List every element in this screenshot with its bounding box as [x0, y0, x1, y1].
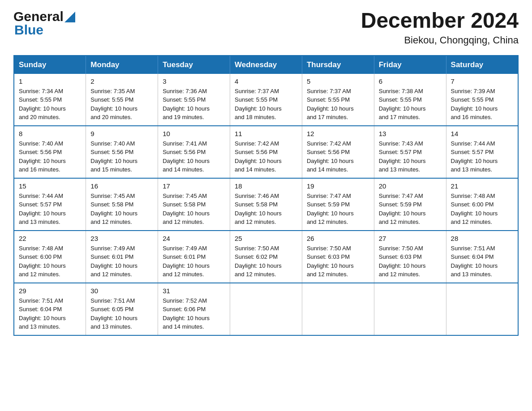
- calendar-cell: [230, 283, 302, 335]
- calendar-week-1: 1 Sunrise: 7:34 AM Sunset: 5:55 PM Dayli…: [14, 74, 518, 126]
- day-info: Sunrise: 7:42 AM Sunset: 5:56 PM Dayligh…: [307, 139, 369, 174]
- day-info: Sunrise: 7:42 AM Sunset: 5:56 PM Dayligh…: [235, 139, 297, 174]
- calendar-cell: 4 Sunrise: 7:37 AM Sunset: 5:55 PM Dayli…: [230, 74, 302, 126]
- day-info: Sunrise: 7:45 AM Sunset: 5:58 PM Dayligh…: [163, 192, 225, 227]
- calendar-week-4: 22 Sunrise: 7:48 AM Sunset: 6:00 PM Dayl…: [14, 231, 518, 283]
- day-number: 9: [90, 130, 153, 137]
- weekday-header-sunday: Sunday: [14, 56, 86, 74]
- calendar-cell: 7 Sunrise: 7:39 AM Sunset: 5:55 PM Dayli…: [446, 74, 518, 126]
- day-info: Sunrise: 7:48 AM Sunset: 6:00 PM Dayligh…: [19, 244, 81, 279]
- calendar-cell: 17 Sunrise: 7:45 AM Sunset: 5:58 PM Dayl…: [158, 178, 230, 231]
- calendar-cell: 18 Sunrise: 7:46 AM Sunset: 5:58 PM Dayl…: [230, 178, 302, 231]
- day-info: Sunrise: 7:38 AM Sunset: 5:55 PM Dayligh…: [379, 87, 442, 122]
- day-number: 26: [307, 235, 369, 242]
- day-number: 14: [451, 130, 513, 137]
- calendar-cell: 8 Sunrise: 7:40 AM Sunset: 5:56 PM Dayli…: [14, 126, 86, 178]
- logo: General Blue: [13, 9, 75, 38]
- calendar-cell: 28 Sunrise: 7:51 AM Sunset: 6:04 PM Dayl…: [446, 231, 518, 283]
- day-number: 25: [235, 235, 297, 242]
- calendar-cell: 5 Sunrise: 7:37 AM Sunset: 5:55 PM Dayli…: [302, 74, 374, 126]
- day-info: Sunrise: 7:37 AM Sunset: 5:55 PM Dayligh…: [307, 87, 369, 122]
- day-info: Sunrise: 7:52 AM Sunset: 6:06 PM Dayligh…: [163, 296, 225, 331]
- day-number: 24: [163, 235, 225, 242]
- day-info: Sunrise: 7:50 AM Sunset: 6:03 PM Dayligh…: [307, 244, 369, 279]
- day-info: Sunrise: 7:47 AM Sunset: 5:59 PM Dayligh…: [307, 192, 369, 227]
- day-number: 11: [235, 130, 297, 137]
- day-info: Sunrise: 7:50 AM Sunset: 6:02 PM Dayligh…: [235, 244, 297, 279]
- calendar-cell: 23 Sunrise: 7:49 AM Sunset: 6:01 PM Dayl…: [86, 231, 158, 283]
- calendar-cell: 14 Sunrise: 7:44 AM Sunset: 5:57 PM Dayl…: [446, 126, 518, 178]
- calendar-cell: 31 Sunrise: 7:52 AM Sunset: 6:06 PM Dayl…: [158, 283, 230, 335]
- day-number: 4: [235, 77, 297, 85]
- weekday-header-friday: Friday: [374, 56, 446, 74]
- day-info: Sunrise: 7:49 AM Sunset: 6:01 PM Dayligh…: [90, 244, 153, 279]
- day-number: 2: [90, 77, 153, 85]
- day-info: Sunrise: 7:34 AM Sunset: 5:55 PM Dayligh…: [19, 87, 81, 122]
- calendar-table: SundayMondayTuesdayWednesdayThursdayFrid…: [13, 55, 519, 336]
- calendar-cell: [374, 283, 446, 335]
- calendar-week-5: 29 Sunrise: 7:51 AM Sunset: 6:04 PM Dayl…: [14, 283, 518, 335]
- day-number: 30: [90, 287, 153, 295]
- svg-marker-0: [64, 12, 75, 22]
- day-number: 17: [163, 182, 225, 190]
- calendar-week-3: 15 Sunrise: 7:44 AM Sunset: 5:57 PM Dayl…: [14, 178, 518, 231]
- title-block: December 2024 Biekou, Chongqing, China: [361, 9, 519, 46]
- day-info: Sunrise: 7:46 AM Sunset: 5:58 PM Dayligh…: [235, 192, 297, 227]
- calendar-week-2: 8 Sunrise: 7:40 AM Sunset: 5:56 PM Dayli…: [14, 126, 518, 178]
- month-title: December 2024: [361, 9, 519, 33]
- calendar-cell: 12 Sunrise: 7:42 AM Sunset: 5:56 PM Dayl…: [302, 126, 374, 178]
- day-number: 19: [307, 182, 369, 190]
- day-info: Sunrise: 7:40 AM Sunset: 5:56 PM Dayligh…: [90, 139, 153, 174]
- day-info: Sunrise: 7:43 AM Sunset: 5:57 PM Dayligh…: [379, 139, 442, 174]
- calendar-cell: 29 Sunrise: 7:51 AM Sunset: 6:04 PM Dayl…: [14, 283, 86, 335]
- day-info: Sunrise: 7:51 AM Sunset: 6:04 PM Dayligh…: [451, 244, 513, 279]
- weekday-header-thursday: Thursday: [302, 56, 374, 74]
- day-info: Sunrise: 7:47 AM Sunset: 5:59 PM Dayligh…: [379, 192, 442, 227]
- calendar-header-row: SundayMondayTuesdayWednesdayThursdayFrid…: [14, 56, 518, 74]
- weekday-header-saturday: Saturday: [446, 56, 518, 74]
- day-number: 5: [307, 77, 369, 85]
- calendar-cell: 6 Sunrise: 7:38 AM Sunset: 5:55 PM Dayli…: [374, 74, 446, 126]
- day-info: Sunrise: 7:41 AM Sunset: 5:56 PM Dayligh…: [163, 139, 225, 174]
- day-info: Sunrise: 7:36 AM Sunset: 5:55 PM Dayligh…: [163, 87, 225, 122]
- day-number: 12: [307, 130, 369, 137]
- day-info: Sunrise: 7:40 AM Sunset: 5:56 PM Dayligh…: [19, 139, 81, 174]
- calendar-cell: 16 Sunrise: 7:45 AM Sunset: 5:58 PM Dayl…: [86, 178, 158, 231]
- logo-top: General: [13, 9, 75, 24]
- day-info: Sunrise: 7:50 AM Sunset: 6:03 PM Dayligh…: [379, 244, 442, 279]
- day-number: 31: [163, 287, 225, 295]
- location-title: Biekou, Chongqing, China: [361, 34, 519, 46]
- calendar-cell: 2 Sunrise: 7:35 AM Sunset: 5:55 PM Dayli…: [86, 74, 158, 126]
- day-info: Sunrise: 7:37 AM Sunset: 5:55 PM Dayligh…: [235, 87, 297, 122]
- calendar-cell: 27 Sunrise: 7:50 AM Sunset: 6:03 PM Dayl…: [374, 231, 446, 283]
- logo-blue-text: Blue: [14, 22, 43, 38]
- day-number: 23: [90, 235, 153, 242]
- calendar-cell: 26 Sunrise: 7:50 AM Sunset: 6:03 PM Dayl…: [302, 231, 374, 283]
- day-info: Sunrise: 7:44 AM Sunset: 5:57 PM Dayligh…: [451, 139, 513, 174]
- calendar-cell: 30 Sunrise: 7:51 AM Sunset: 6:05 PM Dayl…: [86, 283, 158, 335]
- day-number: 8: [19, 130, 81, 137]
- day-info: Sunrise: 7:39 AM Sunset: 5:55 PM Dayligh…: [451, 87, 513, 122]
- calendar-cell: 9 Sunrise: 7:40 AM Sunset: 5:56 PM Dayli…: [86, 126, 158, 178]
- calendar-cell: 24 Sunrise: 7:49 AM Sunset: 6:01 PM Dayl…: [158, 231, 230, 283]
- logo-triangle-icon: [64, 12, 75, 22]
- day-number: 10: [163, 130, 225, 137]
- day-number: 21: [451, 182, 513, 190]
- day-number: 22: [19, 235, 81, 242]
- day-info: Sunrise: 7:51 AM Sunset: 6:05 PM Dayligh…: [90, 296, 153, 331]
- day-info: Sunrise: 7:35 AM Sunset: 5:55 PM Dayligh…: [90, 87, 153, 122]
- day-info: Sunrise: 7:48 AM Sunset: 6:00 PM Dayligh…: [451, 192, 513, 227]
- calendar-cell: 20 Sunrise: 7:47 AM Sunset: 5:59 PM Dayl…: [374, 178, 446, 231]
- day-number: 1: [19, 77, 81, 85]
- day-number: 13: [379, 130, 442, 137]
- calendar-cell: 10 Sunrise: 7:41 AM Sunset: 5:56 PM Dayl…: [158, 126, 230, 178]
- calendar-cell: 25 Sunrise: 7:50 AM Sunset: 6:02 PM Dayl…: [230, 231, 302, 283]
- day-info: Sunrise: 7:49 AM Sunset: 6:01 PM Dayligh…: [163, 244, 225, 279]
- calendar-cell: 3 Sunrise: 7:36 AM Sunset: 5:55 PM Dayli…: [158, 74, 230, 126]
- weekday-header-tuesday: Tuesday: [158, 56, 230, 74]
- day-number: 16: [90, 182, 153, 190]
- day-info: Sunrise: 7:51 AM Sunset: 6:04 PM Dayligh…: [19, 296, 81, 331]
- day-number: 27: [379, 235, 442, 242]
- day-number: 7: [451, 77, 513, 85]
- day-info: Sunrise: 7:45 AM Sunset: 5:58 PM Dayligh…: [90, 192, 153, 227]
